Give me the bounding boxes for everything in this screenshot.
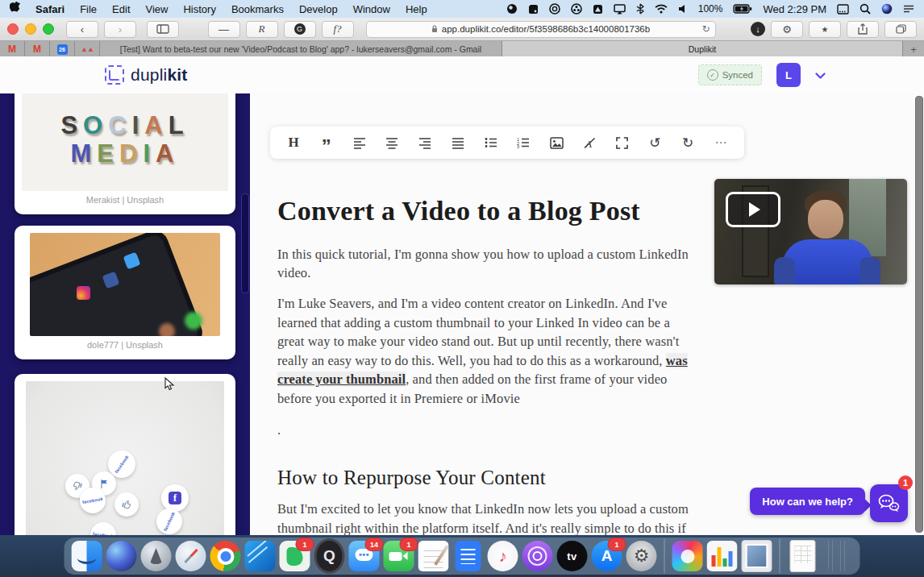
fullscreen-button[interactable] <box>614 137 631 149</box>
reload-icon[interactable]: ↻ <box>701 23 710 35</box>
status-wifi-icon[interactable] <box>655 4 668 14</box>
menu-item-file[interactable]: File <box>80 3 97 15</box>
bullet-list-button[interactable] <box>482 137 500 148</box>
favorites-button[interactable]: ★ <box>809 21 841 38</box>
dock-messages-icon[interactable]: •••14 <box>349 541 380 571</box>
tab-overview-button[interactable] <box>884 21 917 38</box>
image-card-pins[interactable]: facebook facebook f facebook facebook <box>15 374 235 535</box>
extension-minimal-button[interactable]: — <box>208 21 240 38</box>
status-record-icon[interactable] <box>506 3 518 15</box>
dock-launchpad-rocket-icon[interactable] <box>141 541 172 571</box>
share-button[interactable] <box>847 21 879 38</box>
status-bluetooth-icon[interactable] <box>636 3 644 15</box>
source-video-thumbnail[interactable] <box>714 179 907 284</box>
dock-finder-icon[interactable] <box>72 541 102 571</box>
dock-podcasts-icon[interactable] <box>522 541 553 571</box>
menu-item-help[interactable]: Help <box>406 3 427 15</box>
status-obs-icon[interactable] <box>571 3 582 15</box>
tab-duplikit[interactable]: Duplikit <box>502 41 903 57</box>
dock-textedit-icon[interactable] <box>418 541 449 571</box>
align-center-button[interactable] <box>383 137 401 149</box>
menu-item-safari[interactable]: Safari <box>35 3 65 15</box>
tab-gmail[interactable]: [Test] Want to beta-test our new 'Video/… <box>100 41 502 57</box>
align-left-button[interactable] <box>351 137 368 149</box>
page-scrollbar-thumb[interactable] <box>915 96 923 533</box>
address-bar[interactable]: app.duplikit.co/editor/5f3598686b3c14000… <box>366 21 716 38</box>
extension-raindrop-button[interactable]: R <box>246 21 278 38</box>
post-paragraph[interactable]: In this quick tutorial, I'm gonna show y… <box>277 245 692 283</box>
status-volume-icon[interactable] <box>678 4 688 14</box>
undo-button[interactable]: ↺ <box>646 135 664 152</box>
redo-button[interactable]: ↻ <box>679 135 697 152</box>
post-paragraph[interactable]: But I'm excited to let you know that Lin… <box>277 500 692 535</box>
blockquote-button[interactable]: ” <box>318 139 335 147</box>
sidebar-toggle-button[interactable] <box>147 21 179 38</box>
post-paragraph[interactable]: I'm Luke Seavers, and I'm a video conten… <box>277 294 692 409</box>
play-button[interactable] <box>726 192 780 227</box>
extension-fontface-button[interactable]: f? <box>322 21 354 38</box>
status-adobe-cc-icon[interactable] <box>549 3 560 15</box>
dock-document-icon[interactable] <box>788 541 818 571</box>
dock-system-preferences-icon[interactable]: ⚙ <box>626 541 657 571</box>
dock-affinity-icon[interactable] <box>245 541 276 571</box>
pinned-tab-calendar[interactable]: 26 <box>50 41 75 57</box>
pinned-tab-gmail-2[interactable]: M <box>25 41 50 57</box>
zoom-window-button[interactable] <box>43 23 54 35</box>
chat-launcher-button[interactable] <box>870 484 908 522</box>
dock-quicktime-icon[interactable]: Q <box>314 541 345 571</box>
apple-menu-icon[interactable] <box>10 2 20 16</box>
heading-button[interactable]: H <box>285 135 302 151</box>
pinned-tab-gmail-1[interactable]: M <box>0 41 25 57</box>
minimize-window-button[interactable] <box>25 23 36 35</box>
dock-app-store-icon[interactable]: A1 <box>592 541 622 571</box>
dock-siri-icon[interactable] <box>106 541 137 571</box>
status-drive-icon[interactable] <box>593 4 603 15</box>
dock-facetime-icon[interactable]: 1 <box>384 541 414 571</box>
post-subheading[interactable]: How to Repurpose Your Content <box>277 467 692 489</box>
notification-center-icon[interactable] <box>903 4 914 14</box>
ordered-list-button[interactable]: 123 <box>514 137 532 148</box>
menu-item-view[interactable]: View <box>146 3 169 15</box>
blog-post-editor-content[interactable]: Convert a Video to a Blog Post In this q… <box>277 171 692 535</box>
menu-item-window[interactable]: Window <box>353 3 390 15</box>
sidebar-scrollbar-thumb[interactable] <box>241 193 249 293</box>
extension-grammarly-button[interactable]: G <box>284 21 316 38</box>
status-airplay-icon[interactable] <box>614 4 626 15</box>
downloads-button[interactable]: ↓ <box>751 22 765 36</box>
menu-item-develop[interactable]: Develop <box>299 3 338 15</box>
dock-chrome-icon[interactable] <box>210 541 241 571</box>
post-paragraph[interactable]: . <box>277 421 692 440</box>
dock-evernote-icon[interactable]: 1 <box>280 541 310 571</box>
siri-icon[interactable] <box>881 3 893 15</box>
image-card-social-media[interactable]: SOCIAL MEDIA Merakist | Unsplash <box>15 93 235 214</box>
status-evernote-icon[interactable] <box>528 4 539 15</box>
dock-adobe-cc-icon[interactable] <box>672 541 703 571</box>
insert-image-button[interactable] <box>547 137 565 149</box>
dock-numbers-chart-icon[interactable] <box>707 541 738 571</box>
dock-trash-icon[interactable] <box>822 541 853 571</box>
pinned-tab-misc[interactable]: ▲▲ <box>75 41 100 57</box>
forward-button[interactable]: › <box>104 21 136 38</box>
close-window-button[interactable] <box>7 23 19 35</box>
user-avatar[interactable]: L <box>776 63 801 87</box>
menu-item-bookmarks[interactable]: Bookmarks <box>231 3 284 15</box>
new-tab-button[interactable]: + <box>903 41 924 57</box>
justify-button[interactable] <box>449 137 467 149</box>
status-screenshot-icon[interactable] <box>837 4 849 15</box>
chat-help-bubble[interactable]: How can we help? <box>750 488 865 515</box>
dock-google-docs-icon[interactable] <box>453 541 484 571</box>
align-right-button[interactable] <box>416 137 434 149</box>
menu-item-history[interactable]: History <box>183 3 215 15</box>
clear-formatting-button[interactable]: A <box>581 137 598 149</box>
dock-safari-icon[interactable] <box>176 541 206 571</box>
dock-apple-tv-icon[interactable]: tv <box>557 541 588 571</box>
duplikit-logo[interactable]: duplikit <box>105 65 187 85</box>
spotlight-search-icon[interactable] <box>859 3 871 15</box>
more-options-button[interactable]: ⋯ <box>712 135 730 150</box>
back-button[interactable]: ‹ <box>66 21 98 38</box>
settings-extension-button[interactable]: ⚙ <box>771 21 803 38</box>
image-card-phone[interactable]: dole777 | Unsplash <box>15 226 235 359</box>
dock-music-icon[interactable]: ♪ <box>488 541 518 571</box>
post-title[interactable]: Convert a Video to a Blog Post <box>277 195 692 228</box>
menu-bar-clock[interactable]: Wed 2:29 PM <box>763 3 826 15</box>
